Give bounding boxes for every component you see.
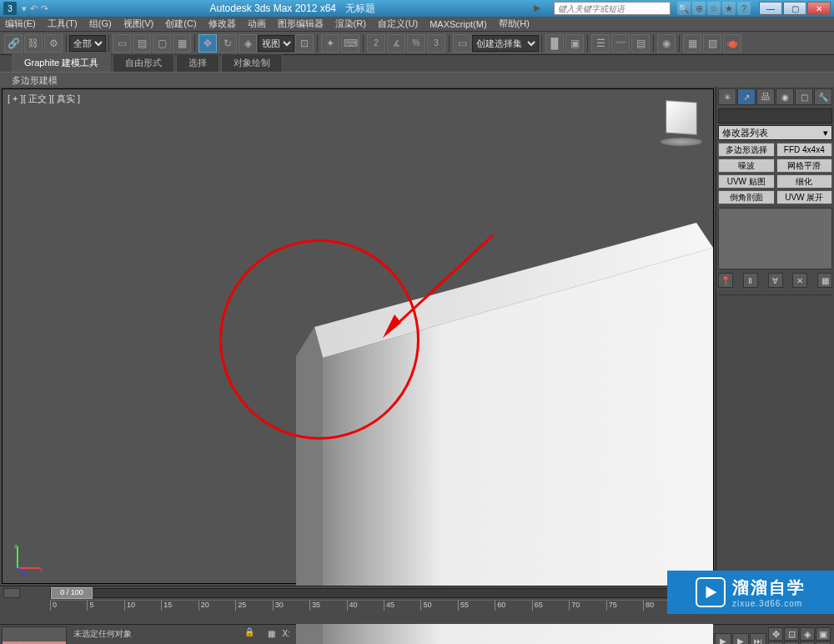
help-icons: 🔍 ⊕ ☆ ★ ? xyxy=(677,2,751,15)
tab-freeform[interactable]: 自由形式 xyxy=(113,53,174,72)
viewport[interactable]: [ + ][ 正交 ][ 真实 ] xyxy=(2,88,714,584)
rotate-icon[interactable]: ↻ xyxy=(219,34,237,53)
render-frame-icon[interactable]: ▧ xyxy=(703,34,721,53)
schematic-icon[interactable]: ▤ xyxy=(631,34,650,53)
binocular-icon[interactable]: 🔍 xyxy=(677,2,691,15)
minimize-button[interactable]: — xyxy=(759,2,782,15)
tab-display-icon[interactable]: ▢ xyxy=(795,88,813,105)
tab-create-icon[interactable]: ✳ xyxy=(718,88,736,105)
object-name-input[interactable] xyxy=(718,108,832,123)
tab-utilities-icon[interactable]: 🔧 xyxy=(814,88,832,105)
stack-tool-icon[interactable]: Ⅱ xyxy=(743,273,758,288)
select-move-icon[interactable]: ✥ xyxy=(198,34,217,53)
star-icon[interactable]: ★ xyxy=(722,2,736,15)
layer-icon[interactable]: ☰ xyxy=(591,34,610,53)
pivot-icon[interactable]: ⊡ xyxy=(295,34,314,53)
bind-icon[interactable]: ⚙ xyxy=(44,34,63,53)
menu-create[interactable]: 创建(C) xyxy=(165,18,196,30)
timeline-left-icon[interactable] xyxy=(3,588,20,598)
window-crossing-icon[interactable]: ▦ xyxy=(173,34,191,53)
snap-percent-icon[interactable]: % xyxy=(407,34,425,53)
viewport-label[interactable]: [ + ][ 正交 ][ 真实 ] xyxy=(8,93,80,105)
tick: 0 xyxy=(50,601,57,611)
qat-icon[interactable]: ↷ xyxy=(41,3,48,14)
time-ruler[interactable]: 051015202530354045505560657075808590 xyxy=(50,600,717,611)
menu-group[interactable]: 组(G) xyxy=(89,18,112,30)
modifier-list-dropdown[interactable]: 修改器列表▾ xyxy=(718,125,832,140)
curve-editor-icon[interactable]: 〰 xyxy=(611,34,630,53)
menu-graph[interactable]: 图形编辑器 xyxy=(278,18,324,30)
menu-tools[interactable]: 工具(T) xyxy=(48,18,78,30)
menu-help[interactable]: 帮助(H) xyxy=(499,18,530,30)
named-selection-dropdown[interactable]: 创建选择集 xyxy=(472,35,539,52)
select-name-icon[interactable]: ▤ xyxy=(133,34,151,53)
btn-poly-select[interactable]: 多边形选择 xyxy=(718,143,775,157)
search-input[interactable] xyxy=(554,2,671,15)
btn-bevel[interactable]: 倒角剖面 xyxy=(718,190,775,204)
material-icon[interactable]: ◉ xyxy=(657,34,676,53)
goto-end-icon[interactable]: ⏭ xyxy=(750,633,766,645)
nav-icon[interactable]: ▣ xyxy=(816,627,831,641)
ribbon-sublabel[interactable]: 多边形建模 xyxy=(0,72,834,87)
render-setup-icon[interactable]: ▦ xyxy=(683,34,701,53)
view-cube[interactable] xyxy=(658,98,705,144)
manip-icon[interactable]: ✦ xyxy=(321,34,339,53)
location-row[interactable]: ◀ 所在行: xyxy=(3,641,66,645)
time-slider-handle[interactable]: 0 / 100 xyxy=(51,587,93,599)
snap-angle-icon[interactable]: ∡ xyxy=(387,34,405,53)
menu-modifier[interactable]: 修改器 xyxy=(208,18,236,30)
tab-motion-icon[interactable]: ◉ xyxy=(776,88,794,105)
stack-tool-icon[interactable]: ▦ xyxy=(817,273,832,288)
script-top[interactable] xyxy=(3,627,66,641)
tab-modify-icon[interactable]: ↗ xyxy=(737,88,756,105)
select-region-icon[interactable]: ▢ xyxy=(153,34,171,53)
mirror-icon[interactable]: ▐▌ xyxy=(545,34,564,53)
modifier-stack[interactable] xyxy=(718,208,832,269)
select-icon[interactable]: ▭ xyxy=(113,34,131,53)
named-sel-icon[interactable]: ▭ xyxy=(453,34,471,53)
menu-edit[interactable]: 编辑(E) xyxy=(5,18,36,30)
tab-graphite[interactable]: Graphite 建模工具 xyxy=(12,53,111,72)
nav-icon[interactable]: ⊡ xyxy=(784,627,799,641)
tab-select[interactable]: 选择 xyxy=(176,53,219,72)
qat-icon[interactable]: ▾ xyxy=(22,3,27,14)
selection-filter-dropdown[interactable]: 全部 xyxy=(69,35,106,52)
btn-refine[interactable]: 细化 xyxy=(776,174,833,189)
next-frame-icon[interactable]: ▶ xyxy=(732,633,749,645)
help-icon[interactable]: ? xyxy=(737,2,751,15)
close-button[interactable]: ✕ xyxy=(807,2,831,15)
time-slider[interactable]: 0 / 100 xyxy=(50,588,717,598)
ref-coord-dropdown[interactable]: 视图 xyxy=(258,35,294,52)
steering-icon[interactable]: ⊕ xyxy=(692,2,706,15)
stack-tool-icon[interactable]: ✕ xyxy=(792,273,807,288)
qat-icon[interactable]: ↶ xyxy=(30,3,38,14)
nav-icon[interactable]: ◈ xyxy=(800,627,815,641)
menu-animation[interactable]: 动画 xyxy=(248,18,266,30)
align-icon[interactable]: ▣ xyxy=(565,34,584,53)
stack-tool-icon[interactable]: ∀ xyxy=(768,273,783,288)
coord-icon[interactable]: ▦ xyxy=(268,629,275,638)
scale-icon[interactable]: ◈ xyxy=(239,34,257,53)
lock-icon[interactable]: 🔒 xyxy=(244,627,258,641)
snap2-icon[interactable]: 2 xyxy=(367,34,385,53)
maximize-button[interactable]: ▢ xyxy=(783,2,806,15)
tab-hierarchy-icon[interactable]: 品 xyxy=(756,88,775,105)
btn-ffd[interactable]: FFD 4x4x4 xyxy=(776,143,833,157)
comm-icon[interactable]: ☆ xyxy=(707,2,721,15)
snap-spinner-icon[interactable]: 3 xyxy=(427,34,445,53)
nav-icon[interactable]: ✥ xyxy=(768,627,783,641)
unlink-icon[interactable]: ⛓ xyxy=(24,34,43,53)
btn-uvwunwrap[interactable]: UVW 展开 xyxy=(776,190,833,204)
menu-custom[interactable]: 自定义(U) xyxy=(378,18,418,30)
render-icon[interactable]: 🫖 xyxy=(723,34,741,53)
menu-render[interactable]: 渲染(R) xyxy=(335,18,366,30)
app-icon[interactable]: 3 xyxy=(3,2,17,15)
link-icon[interactable]: 🔗 xyxy=(4,34,23,53)
menu-view[interactable]: 视图(V) xyxy=(123,18,154,30)
menu-script[interactable]: MAXScript(M) xyxy=(430,19,486,29)
btn-uvwmap[interactable]: UVW 贴图 xyxy=(718,174,775,189)
tab-paint[interactable]: 对象绘制 xyxy=(221,53,283,72)
keyboard-icon[interactable]: ⌨ xyxy=(341,34,359,53)
btn-noise[interactable]: 噪波 xyxy=(718,158,775,173)
btn-meshsmooth[interactable]: 网格平滑 xyxy=(776,158,833,173)
